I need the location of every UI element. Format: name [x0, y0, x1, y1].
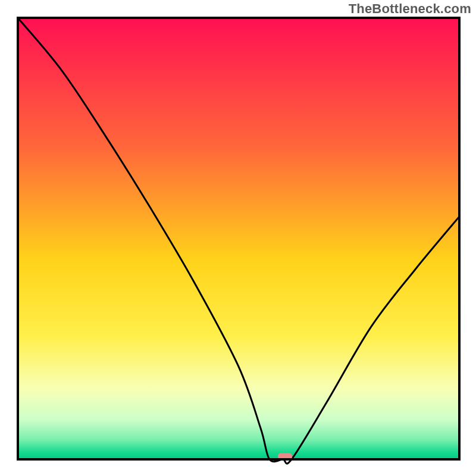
- chart-svg: [0, 0, 476, 476]
- plot-background: [18, 18, 459, 459]
- bottleneck-chart: TheBottleneck.com: [0, 0, 476, 476]
- watermark-text: TheBottleneck.com: [349, 1, 471, 17]
